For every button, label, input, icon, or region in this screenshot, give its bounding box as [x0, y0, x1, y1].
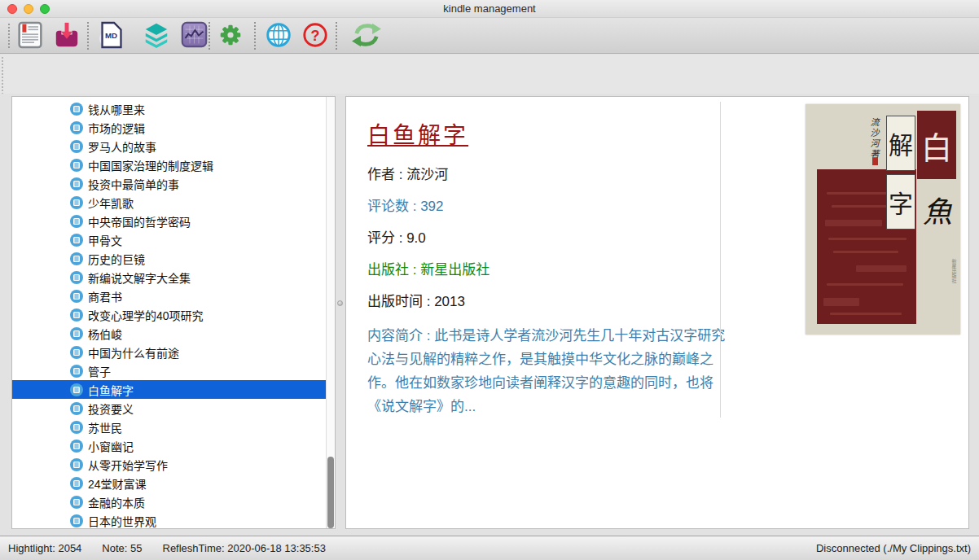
note-icon [70, 477, 83, 490]
list-item[interactable]: 管子 [12, 361, 327, 380]
window-title: kindle management [0, 2, 979, 15]
detail-field-summary: 内容简介 : 此书是诗人学者流沙河先生几十年对古汉字研究心法与见解的精粹之作，是… [367, 324, 726, 418]
list-item[interactable]: 少年凯歌 [12, 193, 327, 212]
detail-field-pub-date: 出版时间 : 2013 [367, 292, 726, 311]
status-connection: Disconnected (./My Clippings.txt) [816, 542, 971, 554]
detail-field-comments: 评论数 : 392 [367, 197, 726, 216]
list-item[interactable]: 从零开始学写作 [12, 455, 327, 474]
statusbar: Hightlight: 2054 Note: 55 RefleshTime: 2… [0, 536, 979, 560]
cover-char-yu: 魚 [920, 182, 955, 236]
toolbar-separator [336, 22, 337, 50]
statistics-chart-button[interactable] [176, 21, 212, 50]
book-list: 钱从哪里来 市场的逻辑 [12, 99, 327, 529]
svg-text:?: ? [311, 27, 320, 43]
note-icon [70, 308, 83, 322]
note-icon [70, 402, 83, 415]
book-title-link[interactable]: 白鱼解字 [367, 117, 468, 150]
cover-seal [872, 158, 878, 165]
detail-divider [720, 102, 721, 418]
notes-document-button[interactable] [12, 21, 48, 50]
list-item[interactable]: 金融的本质 [12, 492, 327, 511]
note-icon [70, 140, 83, 153]
note-icon [70, 496, 83, 509]
list-item[interactable]: 新编说文解字大全集 [12, 268, 327, 287]
note-icon [70, 421, 83, 434]
help-button[interactable]: ? [297, 21, 333, 50]
toolbar-drag-handle[interactable] [8, 24, 10, 48]
web-search-button[interactable] [261, 21, 296, 50]
list-item[interactable]: 小窗幽记 [12, 436, 327, 455]
toolbar-separator [87, 22, 89, 50]
app-window: kindle management [0, 0, 979, 560]
refresh-sync-icon [351, 21, 382, 51]
list-item[interactable]: 日本的世界观 [12, 511, 327, 529]
list-item[interactable]: 杨伯峻 [12, 324, 327, 343]
detail-field-author: 作者 : 流沙河 [367, 165, 726, 184]
list-item[interactable]: 投资中最简单的事 [12, 174, 327, 193]
layers-merge-button[interactable] [138, 21, 174, 50]
toolbar-separator [209, 22, 210, 50]
note-icon [70, 290, 83, 303]
book-fields: 作者 : 流沙河评论数 : 392评分 : 9.0出版社 : 新星出版社出版时间… [367, 165, 726, 431]
note-icon [70, 271, 83, 284]
book-detail-panel: 白鱼解字 作者 : 流沙河评论数 : 392评分 : 9.0出版社 : 新星出版… [345, 96, 969, 529]
list-item[interactable]: 改变心理学的40项研究 [12, 305, 327, 324]
splitter-handle[interactable] [337, 300, 343, 306]
search-toolbar: Search ALL [0, 55, 979, 94]
layers-icon [143, 21, 170, 51]
list-item[interactable]: 苏世民 [12, 418, 327, 436]
status-highlight-count: Hightlight: 2054 [8, 542, 81, 554]
cover-char-bai: 白 [917, 111, 956, 179]
note-icon [70, 103, 83, 116]
markdown-export-button[interactable]: MD [94, 21, 130, 50]
note-icon [70, 159, 83, 172]
list-item[interactable]: 中国为什么有前途 [12, 343, 327, 361]
list-scrollbar[interactable] [326, 97, 335, 528]
book-list-panel: 钱从哪里来 市场的逻辑 [11, 96, 336, 529]
note-icon [70, 252, 83, 265]
main-area: 钱从哪里来 市场的逻辑 [0, 94, 979, 536]
settings-gear-icon [217, 21, 244, 51]
detail-field-rating: 评分 : 9.0 [367, 229, 726, 247]
statistics-chart-icon [181, 21, 208, 50]
list-item[interactable]: 中央帝国的哲学密码 [12, 212, 327, 230]
status-refresh-time: RefleshTime: 2020-06-18 13:35:53 [163, 542, 326, 554]
note-icon [70, 440, 83, 453]
list-item[interactable]: 中国国家治理的制度逻辑 [12, 155, 327, 174]
notes-document-icon [18, 21, 42, 51]
svg-text:MD: MD [105, 30, 117, 39]
toolbar-separator [254, 22, 256, 50]
note-icon [70, 121, 83, 134]
help-question-icon: ? [301, 21, 329, 51]
cover-publisher-text: 新星出版社 [950, 259, 958, 283]
status-note-count: Note: 55 [102, 542, 142, 554]
list-item[interactable]: 24堂财富课 [12, 474, 327, 492]
note-icon [70, 215, 83, 228]
web-globe-icon [265, 21, 292, 51]
import-download-button[interactable] [49, 21, 85, 50]
settings-button[interactable] [213, 21, 248, 50]
list-item[interactable]: 钱从哪里来 [12, 99, 327, 118]
list-scrollbar-thumb[interactable] [327, 457, 334, 528]
cover-char-jie: 解 [886, 116, 915, 171]
note-icon [70, 365, 83, 378]
note-icon [70, 346, 83, 359]
refresh-button[interactable] [349, 21, 384, 50]
note-icon [70, 196, 83, 209]
note-icon [70, 383, 83, 396]
list-item[interactable]: 罗马人的故事 [12, 137, 327, 155]
list-item[interactable]: 市场的逻辑 [12, 118, 327, 137]
list-item[interactable]: 历史的巨镜 [12, 249, 327, 268]
book-cover-image: 白 解 字 魚 流沙河著 新星出版社 [806, 104, 960, 335]
note-icon [70, 234, 83, 247]
markdown-file-icon: MD [99, 20, 124, 52]
note-icon [70, 327, 83, 340]
list-item[interactable]: 甲骨文 [12, 230, 327, 249]
list-item[interactable]: 白鱼解字 [12, 380, 327, 399]
list-item[interactable]: 商君书 [12, 287, 327, 305]
import-download-icon [53, 21, 81, 51]
titlebar[interactable]: kindle management [0, 0, 979, 18]
note-icon [70, 177, 83, 190]
list-item[interactable]: 投资要义 [12, 399, 327, 418]
toolbar: MD [0, 18, 979, 54]
